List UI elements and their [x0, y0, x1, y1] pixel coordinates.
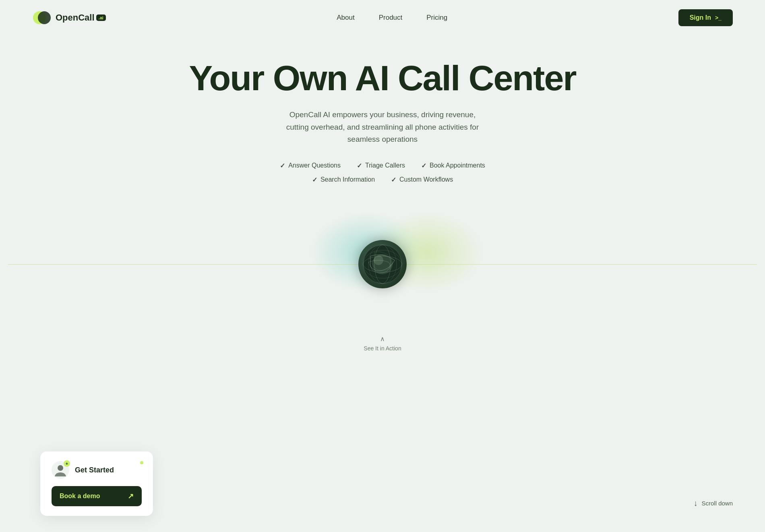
user-plus-badge: +	[64, 460, 70, 467]
feature-book-appointments: ✓ Book Appointments	[421, 162, 485, 170]
hero-subtitle: OpenCall AI empowers your business, driv…	[278, 109, 487, 145]
hero-section: Your Own AI Call Center OpenCall AI empo…	[0, 35, 765, 352]
scroll-down-label: Scroll down	[701, 500, 733, 507]
feature-label: Search Information	[320, 176, 375, 183]
logo[interactable]: OpenCall.ai	[32, 8, 106, 27]
features-row-1: ✓ Answer Questions ✓ Triage Callers ✓ Bo…	[8, 162, 757, 170]
feature-search-information: ✓ Search Information	[312, 176, 375, 184]
hero-headline: Your Own AI Call Center	[8, 60, 757, 97]
nav-product[interactable]: Product	[379, 14, 403, 22]
ai-sphere[interactable]	[358, 240, 407, 288]
check-icon: ✓	[421, 162, 426, 170]
see-action-label: See It in Action	[364, 345, 401, 352]
signin-label: Sign In	[690, 14, 711, 21]
logo-icon	[32, 8, 52, 27]
feature-triage-callers: ✓ Triage Callers	[357, 162, 405, 170]
check-icon: ✓	[391, 176, 396, 184]
feature-label: Book Appointments	[430, 162, 485, 169]
navigation: OpenCall.ai About Product Pricing Sign I…	[0, 0, 765, 35]
feature-answer-questions: ✓ Answer Questions	[280, 162, 341, 170]
nav-links: About Product Pricing	[337, 14, 447, 22]
book-demo-label: Book a demo	[60, 493, 100, 500]
user-icon-wrap: +	[52, 461, 69, 479]
orb-container	[8, 200, 757, 329]
arrow-down-icon: ↓	[693, 499, 697, 508]
feature-label: Answer Questions	[288, 162, 341, 169]
feature-label: Custom Workflows	[399, 176, 453, 183]
signin-button[interactable]: Sign In >_	[678, 9, 733, 26]
scroll-down[interactable]: ↓ Scroll down	[693, 499, 733, 508]
get-started-header: + Get Started	[52, 461, 142, 479]
nav-about[interactable]: About	[337, 14, 354, 22]
see-action[interactable]: ∧ See It in Action	[8, 335, 757, 352]
features-row-2: ✓ Search Information ✓ Custom Workflows	[8, 176, 757, 184]
check-icon: ✓	[312, 176, 317, 184]
sphere-svg	[362, 244, 403, 284]
svg-point-1	[38, 11, 51, 24]
get-started-card: + Get Started Book a demo ↗	[40, 451, 153, 516]
check-icon: ✓	[280, 162, 285, 170]
nav-pricing[interactable]: Pricing	[426, 14, 447, 22]
check-icon: ✓	[357, 162, 362, 170]
arrow-up-right-icon: ↗	[128, 492, 134, 501]
book-demo-button[interactable]: Book a demo ↗	[52, 486, 142, 506]
online-dot	[140, 461, 143, 464]
get-started-title: Get Started	[75, 466, 114, 474]
logo-text: OpenCall.ai	[56, 12, 106, 23]
terminal-icon: >_	[715, 14, 722, 21]
feature-label: Triage Callers	[365, 162, 405, 169]
scroll-arrow: ↓	[693, 499, 697, 508]
chevron-up-icon: ∧	[380, 335, 385, 343]
svg-point-11	[58, 465, 63, 471]
feature-custom-workflows: ✓ Custom Workflows	[391, 176, 453, 184]
